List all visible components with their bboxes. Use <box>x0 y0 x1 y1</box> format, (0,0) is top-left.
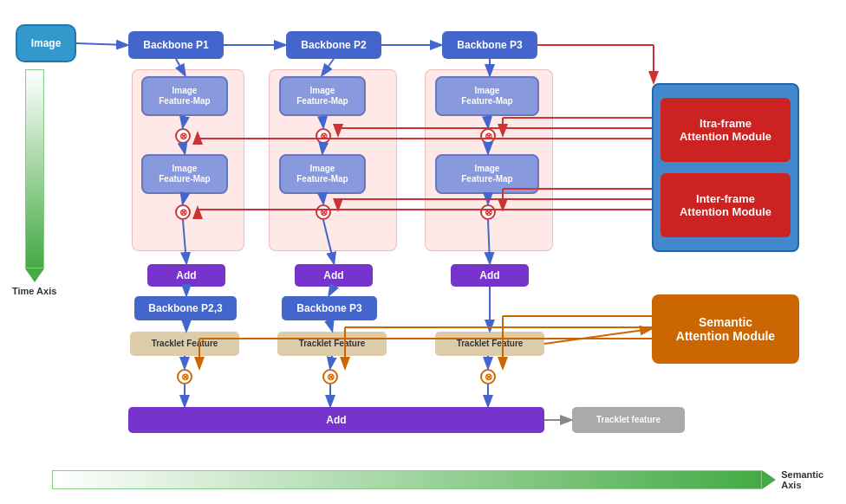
image-box: Image <box>16 24 76 62</box>
semantic-axis-bar <box>52 470 762 489</box>
cross-tracklet-1: ⊗ <box>177 369 192 384</box>
add-1: Add <box>147 264 225 287</box>
feature-map-1-1: Image Feature-Map <box>141 76 228 116</box>
semantic-axis-arrow <box>762 470 776 489</box>
svg-line-24 <box>329 320 332 330</box>
tracklet-3: Tracklet Feature <box>435 332 544 356</box>
add-2: Add <box>295 264 373 287</box>
cross-1-1: ⊗ <box>175 128 191 144</box>
cross-tracklet-3: ⊗ <box>480 369 496 384</box>
time-axis-bar <box>25 69 44 268</box>
add-big: Add <box>128 407 544 433</box>
diagram: Time Axis Semantic Axis Image Backbone P… <box>0 0 846 504</box>
feature-map-3-2: Image Feature-Map <box>435 154 539 194</box>
svg-line-21 <box>329 287 334 294</box>
time-axis-label: Time Axis <box>12 286 56 296</box>
svg-line-26 <box>330 356 332 367</box>
attention-module: Itra-frame Attention Module Inter-frame … <box>652 83 799 252</box>
cross-1-2: ⊗ <box>175 204 191 220</box>
backbone-p2: Backbone P2 <box>286 31 381 59</box>
semantic-axis: Semantic Axis <box>52 469 846 490</box>
semantic-axis-label: Semantic Axis <box>781 469 846 490</box>
feature-map-2-1: Image Feature-Map <box>279 76 366 116</box>
backbone-p23: Backbone P2,3 <box>134 296 237 320</box>
add-3: Add <box>451 264 529 287</box>
intra-frame-box: Itra-frame Attention Module <box>661 98 791 162</box>
feature-map-2-2: Image Feature-Map <box>279 154 366 194</box>
inter-frame-box: Inter-frame Attention Module <box>661 173 791 237</box>
feature-map-3-1: Image Feature-Map <box>435 76 539 116</box>
tracklet-1: Tracklet Feature <box>130 332 239 356</box>
tracklet-feature-output: Tracklet feature <box>572 407 685 433</box>
cross-tracklet-2: ⊗ <box>322 369 338 384</box>
cross-2-2: ⊗ <box>316 204 331 220</box>
backbone-p3: Backbone P3 <box>282 296 377 320</box>
svg-line-50 <box>544 329 650 344</box>
cross-3-2: ⊗ <box>480 204 496 220</box>
feature-map-1-2: Image Feature-Map <box>141 154 228 194</box>
cross-2-1: ⊗ <box>316 128 331 144</box>
backbone-p1: Backbone P1 <box>128 31 224 59</box>
tracklet-2: Tracklet Feature <box>277 332 387 356</box>
svg-line-0 <box>76 43 127 45</box>
time-axis: Time Axis <box>12 69 56 296</box>
cross-3-1: ⊗ <box>480 128 496 144</box>
backbone-p3: Backbone P3 <box>442 31 537 59</box>
time-axis-arrow <box>25 268 44 282</box>
semantic-attention-module: Semantic Attention Module <box>652 294 799 364</box>
